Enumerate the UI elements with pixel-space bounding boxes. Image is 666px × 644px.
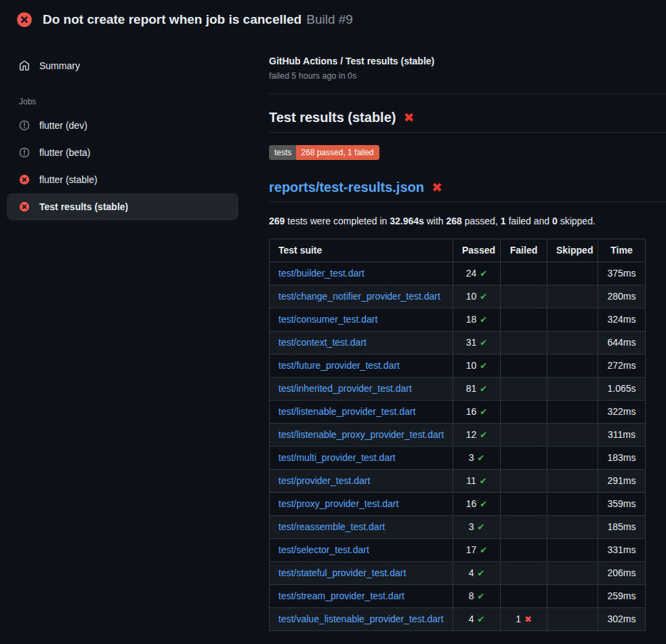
time-cell: 206ms: [598, 562, 646, 585]
test-suite-cell: test/builder_test.dart: [270, 262, 453, 285]
passed-cell: 10✔: [453, 285, 501, 308]
total-count: 269: [269, 216, 285, 226]
failed-status-icon: [16, 12, 33, 28]
test-suite-link[interactable]: test/future_provider_test.dart: [278, 360, 400, 371]
passed-cell-value: 12: [466, 429, 477, 440]
passed-cell: 16✔: [453, 493, 501, 516]
check-icon: ✔: [480, 315, 487, 325]
skipped-cell: [547, 470, 598, 493]
time-cell: 644ms: [598, 331, 646, 355]
test-summary-line: 269 tests were completed in 32.964s with…: [269, 216, 666, 226]
failed-cell: [501, 378, 547, 401]
passed-cell-value: 3: [469, 521, 474, 532]
test-suite-link[interactable]: test/provider_test.dart: [278, 475, 370, 486]
passed-cell: 16✔: [453, 401, 501, 424]
col-header-passed: Passed: [453, 239, 501, 262]
passed-cell-value: 17: [466, 544, 477, 555]
check-run-header: Do not create report when job is cancell…: [0, 0, 666, 37]
test-suite-cell: test/inherited_provider_test.dart: [270, 378, 453, 401]
table-row: test/builder_test.dart24✔375ms: [270, 262, 646, 285]
test-suite-link[interactable]: test/consumer_test.dart: [278, 314, 377, 325]
sidebar-item-summary[interactable]: Summary: [7, 53, 238, 79]
test-suite-link[interactable]: test/proxy_provider_test.dart: [278, 498, 398, 509]
test-suite-link[interactable]: test/listenable_proxy_provider_test.dart: [278, 429, 444, 440]
test-suite-link[interactable]: test/inherited_provider_test.dart: [278, 383, 412, 394]
test-suite-link[interactable]: test/selector_test.dart: [278, 544, 369, 555]
skipped-cell: [547, 355, 598, 378]
skipped-cell: [547, 285, 598, 308]
cross-mark-icon: ✖: [403, 111, 414, 124]
table-row: test/future_provider_test.dart10✔272ms: [270, 355, 646, 378]
job-label: flutter (beta): [39, 147, 90, 158]
passed-cell-value: 24: [466, 268, 477, 279]
test-suite-cell: test/context_test.dart: [270, 331, 453, 355]
check-icon: ✔: [480, 338, 487, 348]
test-suite-link[interactable]: test/multi_provider_test.dart: [278, 452, 396, 463]
badge-value: 268 passed, 1 failed: [296, 145, 379, 160]
table-row: test/stateful_provider_test.dart4✔206ms: [270, 562, 646, 585]
failed-cell: [501, 308, 547, 331]
test-suite-link[interactable]: test/reassemble_test.dart: [278, 521, 385, 532]
summary-text: with: [424, 216, 446, 226]
check-icon: ✔: [477, 568, 484, 578]
page-title: Do not create report when job is cancell…: [43, 12, 301, 26]
sidebar-job-flutter-stable[interactable]: flutter (stable): [7, 166, 238, 193]
cancelled-icon: [19, 147, 30, 158]
results-table-body: test/builder_test.dart24✔375mstest/chang…: [270, 262, 646, 631]
passed-cell: 31✔: [453, 331, 501, 355]
table-row: test/proxy_provider_test.dart16✔359ms: [270, 493, 646, 516]
skipped-cell: [547, 308, 598, 331]
failed-cell: [501, 447, 547, 470]
sidebar-job-flutter-beta[interactable]: flutter (beta): [7, 139, 238, 166]
table-row: test/stream_provider_test.dart8✔259ms: [270, 585, 646, 608]
cross-mark-icon: ✖: [432, 181, 442, 194]
check-icon: ✔: [480, 499, 487, 509]
test-suite-cell: test/provider_test.dart: [270, 470, 453, 493]
skipped-cell: [547, 608, 598, 631]
check-icon: ✔: [480, 384, 487, 394]
test-suite-link[interactable]: test/stateful_provider_test.dart: [278, 567, 406, 578]
time-cell: 322ms: [598, 401, 646, 424]
run-status-line: failed 5 hours ago in 0s: [269, 71, 666, 81]
check-icon: ✔: [480, 268, 487, 279]
check-icon: ✔: [477, 614, 484, 624]
passed-cell-value: 16: [466, 406, 477, 417]
passed-cell-value: 8: [469, 590, 474, 601]
passed-cell-value: 11: [466, 475, 476, 486]
test-suite-link[interactable]: test/stream_provider_test.dart: [278, 590, 404, 601]
check-icon: ✔: [477, 522, 484, 532]
table-row: test/reassemble_test.dart3✔185ms: [270, 516, 646, 539]
test-suite-link[interactable]: test/change_notifier_provider_test.dart: [278, 291, 440, 302]
x-circle-icon: [19, 201, 30, 212]
test-suite-link[interactable]: test/builder_test.dart: [278, 268, 365, 279]
page-body: Summary Jobs flutter (dev) flut: [0, 37, 666, 631]
time-cell: 259ms: [598, 585, 646, 608]
time-cell: 311ms: [598, 424, 646, 447]
breadcrumb: GitHub Actions / Test results (stable): [269, 56, 666, 66]
report-file-link[interactable]: reports/test-results.json: [269, 180, 424, 195]
check-icon: ✔: [480, 407, 487, 417]
passed-cell: 18✔: [453, 308, 501, 331]
summary-text: passed,: [462, 216, 501, 226]
failed-cell: [501, 424, 547, 447]
test-suite-link[interactable]: test/value_listenable_provider_test.dart: [278, 613, 444, 624]
sidebar-job-flutter-dev[interactable]: flutter (dev): [7, 112, 238, 139]
failed-cell: [501, 493, 547, 516]
sidebar-job-test-results-stable[interactable]: Test results (stable): [7, 193, 238, 220]
table-row: test/value_listenable_provider_test.dart…: [270, 608, 646, 631]
check-icon: ✔: [477, 591, 484, 601]
duration: 32.964s: [390, 216, 424, 226]
build-number: Build #9: [306, 12, 353, 26]
test-suite-cell: test/stream_provider_test.dart: [270, 585, 453, 608]
skipped-cell: [547, 401, 598, 424]
table-row: test/listenable_proxy_provider_test.dart…: [270, 424, 646, 447]
passed-cell: 4✔: [453, 562, 501, 585]
failed-cell: [501, 355, 547, 378]
test-suite-link[interactable]: test/listenable_provider_test.dart: [278, 406, 415, 417]
failed-cell-value: 1: [516, 613, 521, 624]
table-row: test/inherited_provider_test.dart81✔1.06…: [270, 378, 646, 401]
table-header-row: Test suite Passed Failed Skipped Time: [270, 239, 646, 262]
test-suite-link[interactable]: test/context_test.dart: [278, 337, 367, 348]
col-header-test-suite: Test suite: [270, 239, 453, 262]
job-label: Test results (stable): [39, 201, 128, 212]
